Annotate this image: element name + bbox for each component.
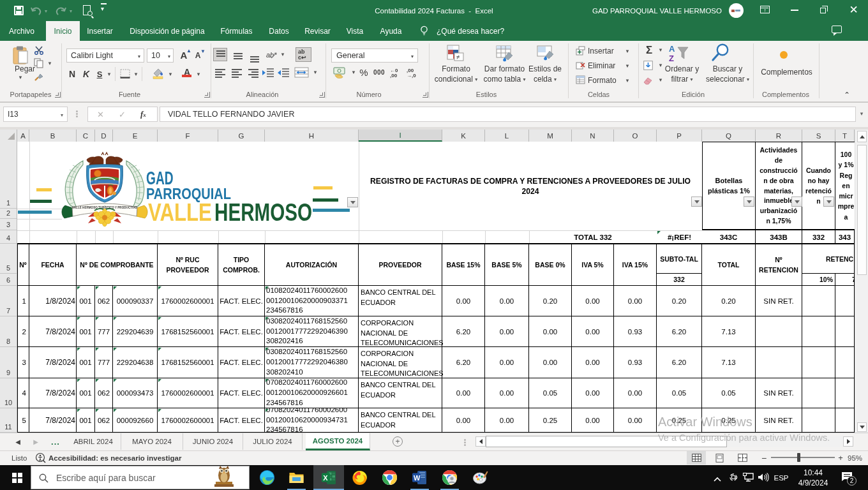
svg-text:X: X (323, 474, 328, 482)
svg-text:W: W (414, 474, 421, 482)
